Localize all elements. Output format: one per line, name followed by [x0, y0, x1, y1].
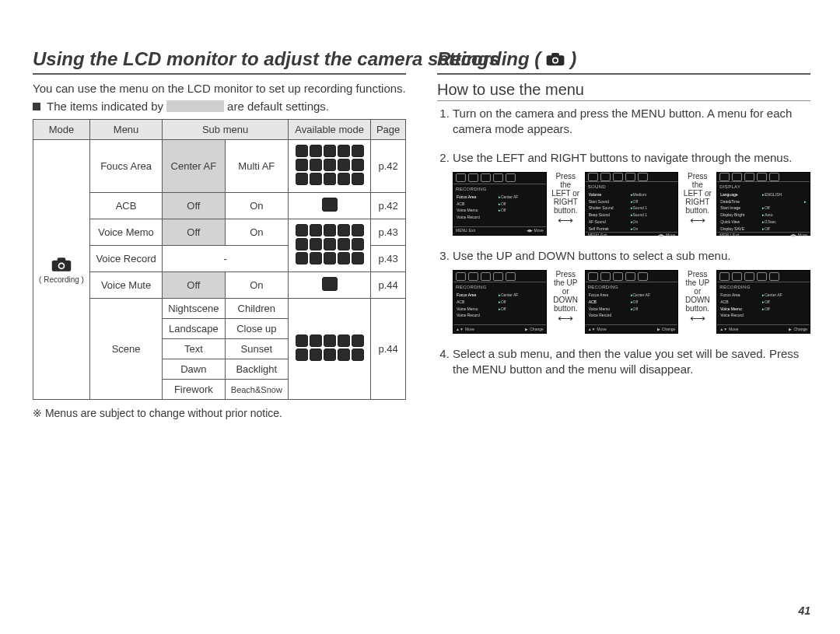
settings-table: Mode Menu Sub menu Available mode Page (…	[33, 119, 406, 400]
page-voice-mute: p.44	[371, 272, 406, 299]
table-header-row: Mode Menu Sub menu Available mode Page	[33, 120, 406, 140]
sub-voice-record: -	[163, 246, 289, 272]
right-section-title: Recording ( )	[437, 48, 810, 75]
th-mode: Mode	[33, 120, 90, 140]
screen-recording: RECORDING Focus Area▸Center AF ACB▸Off V…	[453, 270, 547, 334]
screen-recording: RECORDING Focus Area▸Center AF ACB▸Off V…	[716, 270, 810, 334]
page-scene: p.44	[371, 299, 406, 400]
sub-vmute-off: Off	[163, 272, 225, 299]
left-right-arrow-icon: ⟷	[690, 312, 705, 324]
th-submenu: Sub menu	[163, 120, 289, 140]
th-page: Page	[371, 120, 406, 140]
page-acb: p.42	[371, 193, 406, 219]
th-available: Available mode	[289, 120, 371, 140]
steps-list: Turn on the camera and press the MENU bu…	[437, 106, 810, 378]
left-column: Using the LCD monitor to adjust the came…	[33, 48, 406, 424]
bullet-icon	[33, 103, 40, 110]
hint-lr: Press the LEFT or RIGHT button. ⟷	[681, 172, 713, 226]
avail-focus-area	[289, 140, 371, 193]
step-2: Use the LEFT and RIGHT buttons to naviga…	[453, 150, 810, 236]
screens-row-ud: RECORDING Focus Area▸Center AF ACB▸Off V…	[453, 270, 810, 334]
default-color-swatch	[166, 100, 224, 112]
scene-sub: Firework	[163, 380, 225, 400]
menu-voice-memo: Voice Memo	[90, 219, 163, 246]
page-number: 41	[798, 604, 810, 617]
scene-sub: Backlight	[225, 359, 288, 380]
sub-acb-off: Off	[163, 193, 225, 219]
sub-center-af: Center AF	[163, 140, 225, 193]
default-pre: The items indicated by	[47, 100, 163, 113]
mode-icons	[295, 334, 365, 362]
menu-focus-area: Foucs Area	[90, 140, 163, 193]
scene-sub: Landscape	[163, 319, 225, 339]
camera-icon	[51, 256, 72, 273]
screen-sound: SOUND Volume▸Medium Start Sound▸Off Shut…	[585, 172, 679, 236]
scene-sub: Sunset	[225, 339, 288, 359]
sub-vm-off: Off	[163, 219, 225, 246]
page-voice-memo: p.43	[371, 219, 406, 246]
mode-icons	[295, 223, 365, 265]
scene-sub: Children	[225, 299, 288, 319]
menu-voice-mute: Voice Mute	[90, 272, 163, 299]
avail-voice-mute	[289, 272, 371, 299]
avail-acb	[289, 193, 371, 219]
footnote: ※ Menus are subject to change without pr…	[33, 406, 406, 421]
hint-ud: Press the UP or DOWN button. ⟷	[550, 270, 582, 324]
menu-voice-record: Voice Record	[90, 246, 163, 272]
avail-scene	[289, 299, 371, 400]
scene-sub: Beach&Snow	[225, 380, 288, 400]
step-1: Turn on the camera and press the MENU bu…	[453, 106, 810, 138]
menu-scene: Scene	[90, 299, 163, 400]
title-text: Using the LCD monitor to adjust the came…	[33, 48, 499, 70]
svg-point-7	[554, 58, 558, 62]
sub-multi-af: Multi AF	[225, 140, 288, 193]
intro-text: You can use the menu on the LCD monitor …	[33, 81, 406, 96]
sub-vmute-on: On	[225, 272, 288, 299]
recording-title-post: )	[570, 48, 576, 70]
scene-sub: Dawn	[163, 359, 225, 380]
th-menu: Menu	[90, 120, 163, 140]
mode-cell: ( Recording )	[33, 140, 90, 400]
screens-row-lr: RECORDING Focus Area▸Center AF ACB▸Off V…	[453, 172, 810, 236]
avail-voice	[289, 219, 371, 272]
default-settings-note: The items indicated by are default setti…	[33, 100, 406, 113]
menu-acb: ACB	[90, 193, 163, 219]
left-right-arrow-icon: ⟷	[558, 214, 573, 226]
mode-icons	[321, 276, 338, 292]
svg-rect-5	[551, 53, 559, 57]
scene-sub: Text	[163, 339, 225, 359]
svg-point-3	[59, 264, 63, 268]
table-row: ( Recording ) Foucs Area Center AF Multi…	[33, 140, 406, 193]
scene-sub: Nightscene	[163, 299, 225, 319]
scene-sub: Close up	[225, 319, 288, 339]
mode-icons	[295, 144, 365, 186]
screen-display: DISPLAY Language▸ENGLISH Date&Time▸ Star…	[716, 172, 810, 236]
mode-icons	[321, 197, 338, 212]
step-4: Select a sub menu, and then the value yo…	[453, 346, 810, 378]
mode-label: ( Recording )	[38, 275, 85, 284]
step-2-text: Use the LEFT and RIGHT buttons to naviga…	[453, 151, 792, 164]
screen-recording: RECORDING Focus Area▸Center AF ACB▸Off V…	[453, 172, 547, 236]
right-column: Recording ( ) How to use the menu Turn o…	[437, 48, 810, 424]
page-voice-record: p.43	[371, 246, 406, 272]
hint-lr: Press the LEFT or RIGHT button. ⟷	[550, 172, 582, 226]
left-right-arrow-icon: ⟷	[558, 312, 573, 324]
recording-title-pre: Recording (	[437, 48, 541, 70]
subtitle: How to use the menu	[437, 81, 810, 101]
step-3-text: Use the UP and DOWN buttons to select a …	[453, 249, 730, 262]
hint-ud: Press the UP or DOWN button. ⟷	[681, 270, 713, 324]
camera-icon	[545, 51, 565, 67]
screen-recording: RECORDING Focus Area▸Center AF ACB▸Off V…	[585, 270, 679, 334]
sub-acb-on: On	[225, 193, 288, 219]
svg-rect-1	[58, 257, 66, 261]
sub-vm-on: On	[225, 219, 288, 246]
step-3: Use the UP and DOWN buttons to select a …	[453, 248, 810, 334]
left-right-arrow-icon: ⟷	[690, 214, 705, 226]
page-focus-area: p.42	[371, 140, 406, 193]
left-section-title: Using the LCD monitor to adjust the came…	[33, 48, 406, 75]
default-post: are default settings.	[227, 100, 329, 113]
